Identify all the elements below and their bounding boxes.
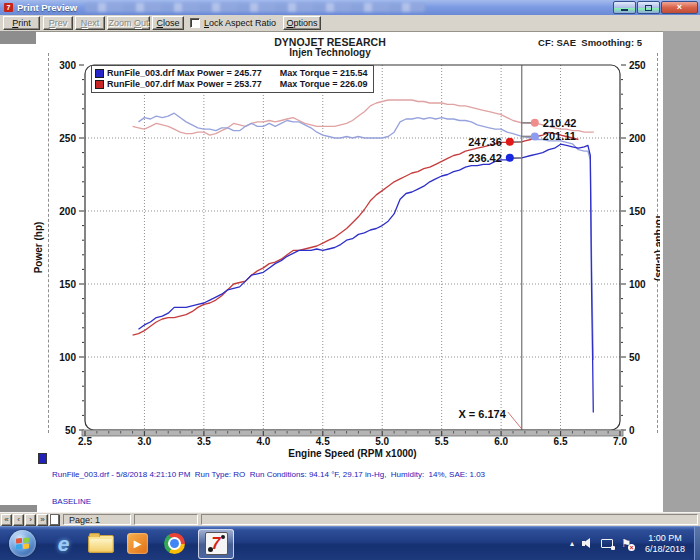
legend-row-intake: RunFile_007.drf Max Power = 253.77 Max T… bbox=[95, 79, 367, 90]
svg-text:4.5: 4.5 bbox=[316, 436, 330, 447]
start-button[interactable] bbox=[9, 530, 36, 557]
svg-text:200: 200 bbox=[629, 133, 646, 144]
svg-text:236.42: 236.42 bbox=[468, 152, 502, 164]
svg-text:3.5: 3.5 bbox=[197, 436, 211, 447]
svg-text:100: 100 bbox=[59, 352, 76, 363]
maximize-icon bbox=[645, 5, 652, 11]
volume-icon[interactable] bbox=[582, 538, 594, 549]
dyno-chart[interactable]: 210.42201.11247.36236.42X = 6.1742.53.03… bbox=[30, 55, 660, 465]
media-player-icon: ▶ bbox=[127, 533, 148, 554]
svg-text:6.5: 6.5 bbox=[554, 436, 568, 447]
page-icon bbox=[50, 514, 59, 525]
close-button[interactable]: × bbox=[661, 1, 698, 14]
print-button[interactable]: Print bbox=[3, 16, 40, 30]
show-hidden-icons-button[interactable]: ▴ bbox=[570, 539, 574, 548]
status-panel-2 bbox=[134, 514, 198, 525]
system-tray: ▴ ⚑× 1:00 PM 6/18/2018 bbox=[570, 527, 700, 560]
legend-swatch-red bbox=[95, 80, 104, 89]
prev-button[interactable]: Prev bbox=[43, 16, 73, 30]
taskbar-item-chrome[interactable] bbox=[156, 527, 193, 560]
svg-text:247.36: 247.36 bbox=[468, 136, 502, 148]
clock-date: 6/18/2018 bbox=[641, 544, 689, 555]
svg-text:7.0: 7.0 bbox=[613, 436, 627, 447]
page-setup-button[interactable] bbox=[49, 514, 60, 526]
run1-conditions: RunFile_003.drf - 5/8/2018 4:21:10 PM Ru… bbox=[52, 470, 485, 479]
close-icon: × bbox=[677, 2, 682, 13]
svg-text:6.0: 6.0 bbox=[494, 436, 508, 447]
lock-aspect-ratio-checkbox[interactable] bbox=[190, 18, 200, 28]
folder-icon bbox=[88, 535, 114, 553]
lock-aspect-ratio-label: Lock Aspect Ratio bbox=[204, 18, 276, 28]
app-icon: 7 bbox=[4, 3, 13, 12]
taskbar-item-media-player[interactable]: ▶ bbox=[119, 527, 156, 560]
action-center-flag-icon[interactable]: ⚑× bbox=[621, 538, 631, 549]
svg-text:5.5: 5.5 bbox=[435, 436, 449, 447]
svg-text:Torque (ft-lbs): Torque (ft-lbs) bbox=[654, 214, 660, 281]
windows-taskbar: e ▶ 7 ▴ ⚑× 1:00 PM 6/18/2018 bbox=[0, 526, 700, 560]
svg-text:300: 300 bbox=[59, 60, 76, 71]
first-page-button[interactable]: « bbox=[1, 514, 12, 526]
window-titlebar[interactable]: 7 Print Preview × bbox=[0, 0, 700, 15]
run-swatch-blue bbox=[38, 453, 47, 464]
page-outside-area bbox=[663, 31, 700, 512]
chrome-icon bbox=[164, 533, 185, 554]
horizontal-scroll-thumb[interactable] bbox=[0, 505, 37, 512]
svg-text:200: 200 bbox=[59, 206, 76, 217]
print-preview-toolbar: Print Prev Next Zoom Out Close Lock Aspe… bbox=[0, 15, 700, 32]
legend-row-baseline: RunFile_003.drf Max Power = 245.77 Max T… bbox=[95, 68, 367, 79]
windows-logo-icon bbox=[16, 538, 29, 550]
correction-smoothing-note: CF: SAE Smoothing: 5 bbox=[538, 37, 642, 48]
chart-legend: RunFile_003.drf Max Power = 245.77 Max T… bbox=[91, 65, 374, 93]
page-number-panel: Page: 1 bbox=[63, 514, 131, 525]
taskbar-item-internet-explorer[interactable]: e bbox=[45, 527, 82, 560]
winpep-icon: 7 bbox=[205, 532, 228, 555]
svg-text:X = 6.174: X = 6.174 bbox=[458, 408, 506, 420]
legend-swatch-blue bbox=[95, 69, 104, 78]
preview-statusbar: « ‹ › » Page: 1 bbox=[0, 512, 700, 526]
action-center-alert-badge: × bbox=[628, 544, 635, 551]
clock-time: 1:00 PM bbox=[641, 533, 689, 544]
prev-page-button[interactable]: ‹ bbox=[13, 514, 24, 526]
minimize-icon bbox=[621, 9, 628, 11]
redacted-title-text bbox=[85, 3, 425, 12]
next-page-button[interactable]: › bbox=[25, 514, 36, 526]
taskbar-item-file-explorer[interactable] bbox=[82, 527, 119, 560]
svg-text:250: 250 bbox=[629, 60, 646, 71]
run1-label: BASELINE bbox=[52, 497, 485, 506]
internet-explorer-icon: e bbox=[58, 533, 70, 554]
svg-text:201.11: 201.11 bbox=[543, 130, 576, 142]
svg-text:150: 150 bbox=[59, 279, 76, 290]
show-desktop-button[interactable] bbox=[694, 527, 700, 560]
svg-text:50: 50 bbox=[65, 425, 77, 436]
dyno-chart-svg[interactable]: 210.42201.11247.36236.42X = 6.1742.53.03… bbox=[30, 55, 660, 465]
svg-text:2.5: 2.5 bbox=[78, 436, 92, 447]
svg-text:3.0: 3.0 bbox=[137, 436, 151, 447]
maximize-button[interactable] bbox=[637, 1, 660, 14]
taskbar-clock[interactable]: 1:00 PM 6/18/2018 bbox=[641, 533, 689, 554]
svg-text:150: 150 bbox=[629, 206, 646, 217]
last-page-button[interactable]: » bbox=[37, 514, 48, 526]
svg-text:100: 100 bbox=[629, 279, 646, 290]
svg-text:0: 0 bbox=[629, 425, 635, 436]
svg-text:4.0: 4.0 bbox=[256, 436, 270, 447]
taskbar-item-winpep-active[interactable]: 7 bbox=[198, 529, 234, 559]
svg-text:Power (hp): Power (hp) bbox=[33, 222, 44, 274]
minimize-button[interactable] bbox=[613, 1, 636, 14]
options-button[interactable]: Options bbox=[283, 16, 321, 30]
status-panel-3 bbox=[201, 514, 698, 525]
window-title: Print Preview bbox=[17, 2, 77, 13]
zoom-out-button[interactable]: Zoom Out bbox=[107, 16, 150, 30]
next-button[interactable]: Next bbox=[75, 16, 105, 30]
network-icon[interactable] bbox=[601, 539, 613, 548]
close-preview-button[interactable]: Close bbox=[152, 16, 184, 30]
svg-text:210.42: 210.42 bbox=[543, 117, 577, 129]
svg-text:50: 50 bbox=[629, 352, 641, 363]
svg-text:5.0: 5.0 bbox=[375, 436, 389, 447]
svg-text:250: 250 bbox=[59, 133, 76, 144]
